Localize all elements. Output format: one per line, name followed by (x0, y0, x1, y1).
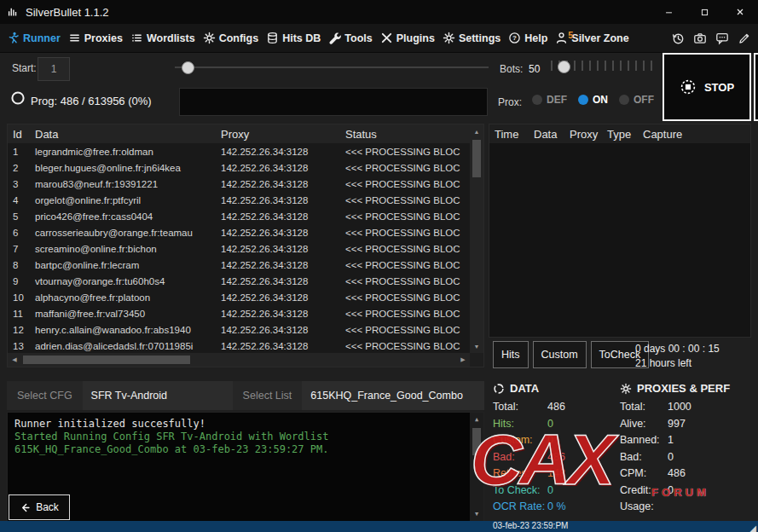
app-logo-icon (7, 6, 19, 18)
log-scrollbar[interactable]: ▲ ▼ (470, 413, 483, 521)
start-slider[interactable] (175, 61, 489, 73)
slider-handle[interactable] (182, 61, 194, 74)
data-stats-panel: DATA Total:486 Hits:0 Custom:0 Bad:486 R… (493, 382, 617, 516)
stat-label: Credit: (620, 483, 668, 500)
back-button[interactable]: Back (9, 494, 70, 520)
wordlist-icon (130, 32, 143, 44)
horizontal-scrollbar[interactable]: ◀ ▶ (8, 353, 470, 367)
maximize-button[interactable] (686, 0, 722, 24)
column-header-proxy[interactable]: Proxy (221, 128, 345, 141)
cell-status: <<< PROCESSING BLOC (345, 309, 470, 319)
captcha-display (179, 88, 488, 116)
stat-value: 0 (547, 483, 553, 500)
column-header-time[interactable]: Time (489, 128, 534, 141)
table-row[interactable]: 10alphacyno@free.fr:platoon142.252.26.34… (8, 289, 470, 305)
nav-hitsdb[interactable]: Hits DB (266, 32, 321, 44)
statusbar-text: 03-feb-23 23:59:PM (493, 521, 568, 530)
scrollbar-corner (470, 353, 483, 367)
table-row[interactable]: 13adrien.dias@alicedadsl.fr:07011985i142… (8, 338, 470, 353)
remaining-time: 21 hours left (635, 356, 720, 371)
column-header-id[interactable]: Id (8, 128, 35, 141)
column-header-capture[interactable]: Capture (643, 128, 750, 141)
vertical-scrollbar[interactable]: ▲ ▼ (470, 124, 483, 353)
resize-grip[interactable]: ◢ (749, 523, 756, 532)
proxies-stats-header: PROXIES & PERF (620, 382, 753, 395)
column-header-type[interactable]: Type (607, 128, 643, 141)
table-row[interactable]: 5prico426@free.fr:cass0404142.252.26.34:… (8, 208, 470, 224)
chat-icon[interactable] (715, 32, 729, 45)
proxy-off-toggle[interactable]: OFF (619, 94, 654, 106)
nav-settings[interactable]: Settings (443, 32, 501, 44)
cell-data: adrien.dias@alicedadsl.fr:07011985i (35, 341, 221, 351)
hits-tab[interactable]: Hits (493, 341, 529, 368)
nav-silver-zone[interactable]: 5 Silver Zone (555, 32, 628, 44)
nav-tools[interactable]: Tools (328, 32, 372, 44)
arrow-left-icon (20, 502, 31, 513)
cell-id: 10 (8, 292, 35, 303)
pencil-icon[interactable] (738, 32, 751, 45)
proxies-stats-title: PROXIES & PERF (637, 382, 730, 395)
scrollbar-thumb[interactable] (472, 140, 481, 177)
scroll-up-icon[interactable]: ▲ (470, 413, 483, 426)
scroll-left-icon[interactable]: ◀ (8, 353, 21, 367)
stat-label: CPM: (620, 466, 668, 483)
table-row[interactable]: 12henry.c.allain@wanadoo.fr:abs1940142.2… (8, 321, 470, 338)
nav-configs[interactable]: Configs (203, 32, 259, 44)
table-row[interactable]: 9vtournay@orange.fr:tu60h0s4142.252.26.3… (8, 273, 470, 289)
scroll-down-icon[interactable]: ▼ (470, 339, 483, 353)
proxy-def-toggle[interactable]: DEF (532, 94, 567, 106)
history-icon[interactable] (671, 32, 685, 45)
results-table: Id Data Proxy Status 1legrandmic@free.fr… (7, 124, 484, 367)
table-row[interactable]: 4orgelot@online.fr:ptfcyril142.252.26.34… (8, 192, 470, 208)
start-input[interactable] (38, 57, 70, 81)
stat-value: 1 (668, 432, 674, 449)
stop-button[interactable]: STOP (663, 53, 751, 121)
nav-help[interactable]: ? Help (508, 32, 547, 44)
scroll-up-icon[interactable]: ▲ (470, 124, 483, 138)
table-row[interactable]: 3marou83@neuf.fr:19391221142.252.26.34:3… (8, 176, 470, 192)
close-button[interactable] (722, 0, 758, 24)
custom-tab[interactable]: Custom (533, 341, 587, 368)
cell-id: 12 (8, 325, 35, 335)
cell-data: henry.c.allain@wanadoo.fr:abs1940 (35, 325, 221, 335)
cell-proxy: 142.252.26.34:3128 (221, 260, 345, 270)
camera-icon[interactable] (693, 32, 707, 45)
stat-row: To Check:0 (493, 483, 617, 500)
scroll-right-icon[interactable]: ▶ (456, 353, 470, 367)
stat-value: 0 (547, 432, 553, 449)
table-row[interactable]: 7screamino@online.fr:bichon142.252.26.34… (8, 240, 470, 257)
proxy-on-toggle[interactable]: ON (578, 94, 608, 106)
bots-slider[interactable] (551, 60, 653, 73)
window-title: SilverBullet 1.1.2 (26, 6, 109, 19)
crossed-tools-icon (380, 32, 393, 44)
nav-wordlists[interactable]: Wordlists (130, 32, 195, 44)
stat-label: Banned: (620, 432, 668, 449)
cell-proxy: 142.252.26.34:3128 (221, 292, 345, 303)
column-header-proxy[interactable]: Proxy (570, 128, 607, 141)
select-cfg-button[interactable]: Select CFG (7, 381, 83, 410)
toggle-dot (578, 95, 588, 105)
nav-proxies[interactable]: Proxies (68, 32, 123, 44)
cell-status: <<< PROCESSING BLOC (345, 195, 470, 205)
stat-row: Total:486 (493, 399, 617, 416)
minimize-button[interactable] (651, 0, 686, 24)
column-header-data[interactable]: Data (35, 128, 221, 141)
column-header-data[interactable]: Data (534, 128, 570, 141)
cell-proxy: 142.252.26.34:3128 (221, 325, 345, 335)
database-icon (266, 32, 279, 44)
table-row[interactable]: 2bleger.hugues@online.fr:jn6i4kea142.252… (8, 159, 470, 176)
scroll-down-icon[interactable]: ▼ (470, 507, 483, 521)
table-row[interactable]: 1legrandmic@free.fr:oldman142.252.26.34:… (8, 143, 470, 159)
select-list-button[interactable]: Select List (233, 381, 303, 410)
scrollbar-thumb[interactable] (472, 428, 481, 455)
nav-runner[interactable]: Runner (7, 32, 61, 44)
proxy-on-label: ON (593, 94, 608, 106)
table-row[interactable]: 8bartpc@online.fr:lecram142.252.26.34:31… (8, 257, 470, 273)
column-header-status[interactable]: Status (345, 128, 483, 141)
scrollbar-thumb[interactable] (23, 356, 190, 364)
table-row[interactable]: 11maffani@free.fr:val73450142.252.26.34:… (8, 305, 470, 321)
nav-silver-zone-label: Silver Zone (571, 32, 628, 44)
table-row[interactable]: 6carrosserieaubry@orange.fr:teamau142.25… (8, 224, 470, 240)
slider-handle[interactable] (558, 61, 570, 73)
nav-plugins[interactable]: Plugins (380, 32, 435, 44)
